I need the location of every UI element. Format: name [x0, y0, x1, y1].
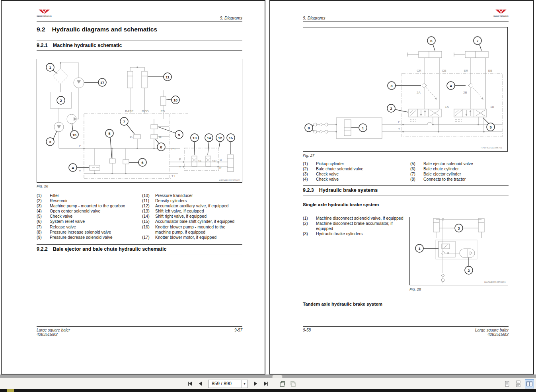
- legend-item: (1)Filter: [37, 193, 142, 198]
- port-label-sr: SR: [212, 159, 216, 163]
- svg-text:4: 4: [72, 166, 74, 170]
- fig26-callout-13: 13: [191, 134, 199, 142]
- density-cylinders-symbol: [127, 67, 147, 88]
- toolbar-collapse-handle[interactable]: [272, 375, 283, 378]
- massey-ferguson-logo-icon: MASSEY FERGUSON: [493, 9, 509, 19]
- section-number: 9.2.2: [37, 246, 48, 252]
- fig28-callout-2: 2: [465, 266, 473, 274]
- svg-text:2: 2: [468, 269, 470, 273]
- legend-item: (9)Pressure decrease solenoid valve: [37, 235, 142, 240]
- svg-text:17: 17: [100, 81, 104, 85]
- port-label-base: BASE: [125, 109, 133, 113]
- port-label-eb: EB: [488, 69, 493, 72]
- machine-hydraulic-schematic-drawing: BASE ROD PD P T P I T I P T SL SR B R 5A…: [37, 59, 242, 182]
- bale-chute-cylinder-symbol: [419, 51, 442, 58]
- bale-ejector-cylinder-symbol: [465, 51, 488, 58]
- legend-item: (3)Hydraulic brake cylinders: [303, 231, 410, 236]
- disconnect-solenoid-valve-symbol: [439, 241, 455, 257]
- svg-text:3: 3: [458, 226, 460, 230]
- section-number: 9.2.3: [303, 187, 314, 193]
- fig28-callout-3: 3: [455, 224, 463, 232]
- accumulator-cylinder-symbol: [227, 155, 234, 172]
- section-title: Hydraulic brake systems: [319, 187, 378, 193]
- section-heading-92: 9.2 Hydraulic diagrams and schematics: [37, 26, 157, 33]
- fig26-callout-16: 16: [70, 131, 78, 138]
- svg-text:2: 2: [60, 99, 62, 103]
- fig27-legend: (1)Pickup cylinder (2)Bale chute solenoi…: [303, 161, 509, 182]
- page-layout-group: [503, 379, 534, 388]
- legend-item: (8)Connects to the tractor: [410, 177, 509, 182]
- previous-page-icon: [198, 381, 203, 386]
- viewer-background-strip: [0, 374, 536, 378]
- port-label-t: T: [398, 127, 400, 131]
- svg-text:3: 3: [390, 84, 392, 88]
- valve-label-2a: 2A: [417, 91, 421, 94]
- fig27-callout-8: 8: [305, 124, 313, 132]
- svg-text:7: 7: [123, 120, 125, 124]
- valve-label-1a: 1A: [445, 105, 449, 109]
- fig26-callout-9: 9: [175, 131, 183, 138]
- previous-view-button[interactable]: [278, 379, 287, 388]
- figure-image-code: HADHE0110388601: [219, 179, 241, 181]
- svg-text:8: 8: [308, 126, 310, 130]
- document-page-left: MASSEY FERGUSON 9. Diagrams 9.2 Hydrauli…: [1, 0, 265, 374]
- legend-item: (5)Bale ejector solenoid valve: [410, 161, 509, 166]
- port-label-t2: T: [179, 166, 181, 169]
- port-label-cb: CB: [442, 69, 446, 72]
- first-page-icon: [187, 381, 193, 386]
- fig27-callout-2: 2: [387, 104, 395, 112]
- port-label-p1: P I: [172, 147, 175, 151]
- fig26-callout-10: 10: [172, 96, 179, 104]
- svg-text:4: 4: [450, 84, 452, 88]
- valve-label-2b: 2B: [463, 91, 467, 94]
- page-footer: 9-58 Large square baler 4283515M2: [303, 326, 509, 337]
- port-label-t: T: [79, 170, 81, 173]
- continuous-view-button[interactable]: [514, 379, 523, 388]
- svg-text:1: 1: [49, 66, 51, 70]
- chevron-down-icon[interactable]: ▾: [241, 380, 248, 388]
- first-page-button[interactable]: [185, 379, 194, 388]
- footer-document-title: Large square baler 4283515M2: [37, 328, 70, 337]
- svg-text:14: 14: [207, 136, 211, 140]
- chapter-header: 9. Diagrams: [220, 16, 242, 20]
- svg-text:3: 3: [49, 140, 51, 144]
- previous-page-button[interactable]: [196, 379, 205, 388]
- next-view-button[interactable]: [288, 379, 297, 388]
- fig27-callout-6: 6: [427, 37, 435, 45]
- taskbar-accent-icon[interactable]: [7, 389, 14, 392]
- next-page-button[interactable]: [251, 379, 260, 388]
- svg-text:15: 15: [229, 136, 233, 140]
- single-page-view-icon: [504, 380, 511, 387]
- fig27-callout-3: 3: [388, 82, 396, 90]
- last-page-button[interactable]: [262, 379, 271, 388]
- logo-text: MASSEY FERGUSON: [493, 16, 509, 17]
- port-label-rod: ROD: [142, 109, 149, 113]
- legend-item: (7)Bale ejector cylinder: [410, 172, 509, 177]
- fig26-callout-1: 1: [46, 63, 54, 71]
- fig27-callout-5: 5: [487, 123, 495, 131]
- single-page-view-button[interactable]: [503, 379, 512, 388]
- figure-26-machine-hydraulic-schematic: BASE ROD PD P T P I T I P T SL SR B R 5A…: [37, 59, 242, 183]
- svg-text:5: 5: [108, 132, 110, 136]
- next-page-icon: [253, 381, 258, 386]
- logo-text: MASSEY FERGUSON: [37, 16, 52, 17]
- facing-pages-view-button[interactable]: [525, 379, 534, 388]
- fig27-callout-1: 1: [359, 124, 367, 132]
- legend-item: (10)Pressure transducer: [142, 193, 242, 198]
- chapter-header: 9. Diagrams: [303, 16, 325, 20]
- legend-item: (15)Accumulator bale shift cylinder, if …: [142, 219, 242, 224]
- port-label-pd: PD: [160, 109, 165, 113]
- pressure-transducer-symbol: [160, 97, 166, 105]
- figure-27-bale-ejector-chute-schematic: CR CB ER EB 2A 2B 1A 1B P T HADHE0110388…: [303, 27, 508, 152]
- page-number-input[interactable]: 859 / 890: [209, 381, 241, 386]
- valve-label-5b: 5B: [159, 136, 162, 138]
- single-axle-brake-schematic-drawing: HADHE0110355401 3 1 2: [410, 217, 508, 285]
- pdf-viewer: { "brand": "MASSEY FERGUSON", "toolbar":…: [0, 0, 536, 392]
- legend-item: (8)Pressure increase solenoid valve: [37, 230, 142, 235]
- fig27-leader-lines: [312, 45, 489, 131]
- brake-cylinder-left-symbol: [433, 218, 439, 232]
- shift-right-valve-symbol: [206, 156, 211, 166]
- port-label-r: R: [219, 166, 222, 170]
- brake-legend: (1)Machine disconnect solenoid valve, if…: [303, 216, 410, 236]
- page-number-combobox[interactable]: 859 / 890 ▾: [208, 380, 248, 388]
